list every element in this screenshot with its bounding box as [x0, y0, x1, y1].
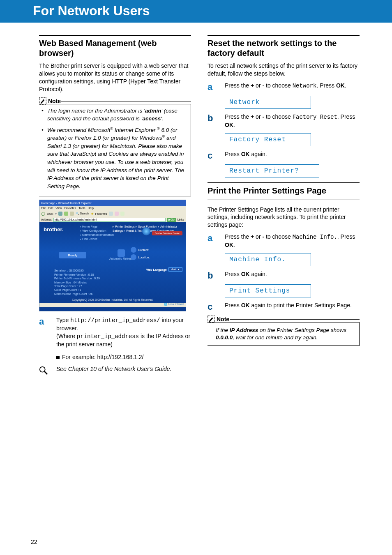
- svg-line-2: [44, 371, 47, 374]
- auto-refresh: Automatic Refresh: [109, 249, 133, 260]
- ss-link-col1: ▸ Home Page ▸ View Configuration ▸ Maint…: [80, 225, 114, 241]
- ready-status: Ready: [59, 252, 86, 258]
- reset-step-b-text: Press the + or - to choose Factory Reset…: [225, 113, 360, 129]
- step-letter-a: a: [39, 316, 49, 326]
- ss-toolbar: ◯Back ▾ 🔍 Search ★Favorites: [39, 210, 186, 217]
- lcd-print-settings: Print Settings: [225, 284, 311, 297]
- print-settings-intro: The Printer Settings Page lists all the …: [208, 206, 360, 229]
- refresh-icon: [64, 212, 68, 216]
- printer-stats: Serial no. : G8J000195 Printer Firmware …: [54, 269, 100, 296]
- globe-icon: [142, 227, 150, 235]
- note2-box: If the IP Address on the Printer Setting…: [208, 322, 360, 346]
- note-rule: [61, 101, 191, 101]
- pencil-note-icon: [208, 315, 215, 323]
- brother-logo: brother.: [44, 226, 63, 233]
- lcd-restart-printer: Restart Printer?: [225, 164, 319, 177]
- lcd-machine-info: Machine Info.: [225, 253, 311, 266]
- note-label: Note: [48, 98, 61, 104]
- lcd-factory-reset: Factory Reset: [225, 133, 311, 146]
- browser-screenshot: Homepage - Microsoft Internet Explorer F…: [39, 200, 186, 311]
- section-rule: [39, 35, 191, 36]
- web-language: Web Language Auto ▾: [146, 267, 182, 272]
- section-rule: [208, 182, 360, 183]
- reset-step-a: a Press the + or - to choose Network. Pr…: [208, 82, 360, 92]
- print-step-b-text: Press OK again.: [225, 270, 360, 278]
- step-letter-a: a: [208, 233, 217, 243]
- pencil-note-icon: [39, 97, 46, 105]
- note-bullet-list: The login name for the Administrator is …: [39, 107, 187, 191]
- note2-label: Note: [217, 316, 229, 322]
- stop-icon: [58, 212, 62, 216]
- contact-icon: [131, 247, 136, 253]
- print-icon: [120, 212, 125, 216]
- step-a-text: Type http://printer_ip_address/ into you…: [56, 316, 191, 361]
- heading-web-management: Web Based Management (web browser): [39, 38, 191, 58]
- note-bullet-1: The login name for the Administrator is …: [47, 107, 187, 123]
- ss-menubar: FileEditViewFavoritesToolsHelp: [39, 206, 186, 210]
- note-bullet-2: We recommend Microsoft® Internet Explore…: [47, 126, 187, 191]
- see-text: See Chapter 10 of the Network User's Gui…: [56, 365, 171, 373]
- step-a: a Type http://printer_ip_address/ into y…: [39, 316, 191, 361]
- history-icon: [109, 212, 113, 216]
- heading-print-settings: Print the Printer Settings Page: [208, 186, 360, 196]
- location-icon: [131, 254, 136, 260]
- back-icon: ◯: [41, 212, 45, 216]
- section-rule: [208, 35, 360, 36]
- solutions-center-button: Brother Solutions Center: [152, 231, 182, 235]
- print-step-a: a Press the + or - to choose Machine Inf…: [208, 233, 360, 249]
- print-step-c: c Press OK again to print the Printer Se…: [208, 302, 360, 311]
- contact-location: Contact: Location:: [131, 247, 150, 262]
- thin-rule: [208, 200, 360, 200]
- page-header: For Network Users: [0, 0, 392, 23]
- heading-reset-network: Reset the network settings to the factor…: [208, 38, 360, 58]
- note-rule: [230, 319, 360, 320]
- copyright: Copyright(C) 2000-2009 Brother Industrie…: [39, 298, 186, 301]
- step-letter-b: b: [208, 270, 217, 280]
- square-bullet-icon: [56, 356, 60, 359]
- ss-titlebar: Homepage - Microsoft Internet Explorer: [39, 200, 186, 206]
- left-column: Web Based Management (web browser) The B…: [39, 35, 191, 377]
- page-body: Web Based Management (web browser) The B…: [0, 23, 392, 377]
- see-reference: See Chapter 10 of the Network User's Gui…: [39, 365, 191, 377]
- reset-step-b: b Press the + or - to choose Factory Res…: [208, 113, 360, 129]
- lcd-network: Network: [225, 96, 311, 109]
- ss-addressbar: Address http://192.168.x.x/main/main.htm…: [39, 217, 186, 222]
- reset-step-a-text: Press the + or - to choose Network. Pres…: [225, 82, 360, 90]
- print-step-c-text: Press OK again to print the Printer Sett…: [225, 302, 360, 309]
- step-letter-c: c: [208, 302, 217, 311]
- step-letter-b: b: [208, 113, 217, 123]
- step-letter-a: a: [208, 82, 217, 92]
- reset-step-c: c Press OK again.: [208, 150, 360, 160]
- ss-content: brother. ▸ Home Page ▸ View Configuratio…: [39, 222, 186, 307]
- step-letter-c: c: [208, 150, 217, 160]
- magnifier-icon: [39, 365, 49, 377]
- mail-icon: [115, 212, 119, 216]
- intro-text: The Brother print server is equipped wit…: [39, 62, 191, 93]
- page-number: 22: [31, 539, 37, 545]
- print-step-a-text: Press the + or - to choose Machine Info.…: [225, 233, 360, 249]
- reset-step-c-text: Press OK again.: [225, 150, 360, 158]
- print-step-b: b Press OK again.: [208, 270, 360, 280]
- note-box: The login name for the Administrator is …: [39, 104, 191, 197]
- svg-point-1: [40, 366, 45, 372]
- right-column: Reset the network settings to the factor…: [208, 35, 360, 377]
- ss-statusbar: 🌐 Local intranet: [39, 303, 186, 307]
- reset-intro: To reset all network settings of the pri…: [208, 62, 360, 78]
- home-icon: [70, 212, 74, 216]
